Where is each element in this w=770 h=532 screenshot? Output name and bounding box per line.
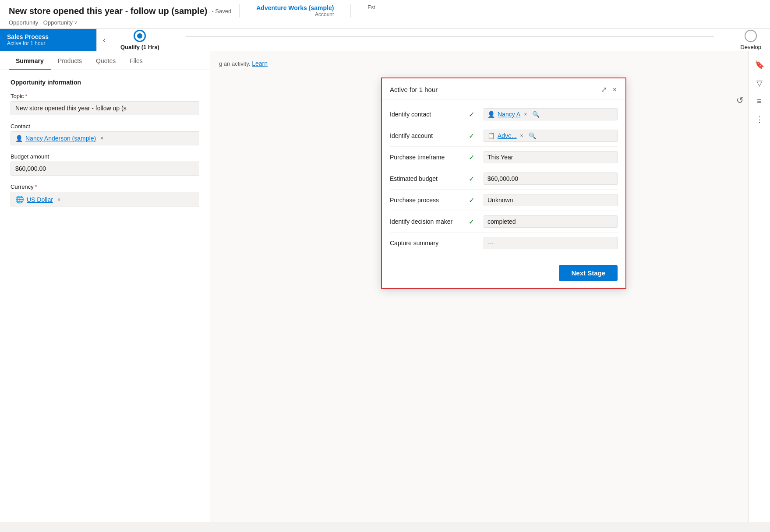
chevron-down-icon: ∨: [74, 20, 77, 25]
process-stage-sub: Active for 1 hour: [7, 40, 89, 46]
qualify-popup: Active for 1 hour ⤢ × Identify contact ✓…: [381, 78, 626, 289]
identify-contact-remove[interactable]: ×: [524, 111, 527, 117]
popup-title: Active for 1 hour: [390, 86, 438, 93]
saved-badge: - Saved: [212, 8, 231, 14]
form-area: Opportunity information Topic * New stor…: [0, 70, 210, 224]
identify-account-remove[interactable]: ×: [520, 133, 523, 139]
more-options-icon[interactable]: ⋮: [756, 115, 763, 124]
identify-decision-maker-field[interactable]: completed: [484, 215, 618, 228]
account-name[interactable]: Adventure Works (sample): [256, 4, 334, 11]
budget-label: Budget amount: [11, 153, 199, 160]
est-label: Est: [367, 4, 375, 11]
qualify-label: Qualify (1 Hrs): [120, 44, 159, 50]
breadcrumb: Opportunity · Opportunity ∨: [9, 19, 761, 28]
popup-row-purchase-process: Purchase process ✓ Unknown: [390, 190, 618, 211]
currency-label: Currency *: [11, 183, 199, 190]
process-stage-active[interactable]: Sales Process Active for 1 hour: [0, 29, 96, 51]
budget-field-group: Budget amount $60,000.00: [11, 153, 199, 176]
currency-icon: 🌐: [15, 195, 24, 204]
identify-account-field[interactable]: 📋 Adve... × 🔍: [484, 130, 618, 142]
popup-footer: Next Stage: [382, 258, 625, 288]
identify-contact-label: Identify contact: [390, 111, 469, 118]
breadcrumb-item2-with-arrow[interactable]: Opportunity ∨: [43, 19, 77, 26]
filter-icon[interactable]: ▽: [756, 78, 763, 88]
identify-account-link[interactable]: Adve...: [498, 132, 517, 139]
estimated-budget-field[interactable]: $60,000.00: [484, 173, 618, 185]
capture-summary-value: ---: [484, 237, 618, 249]
list-icon[interactable]: ≡: [757, 97, 762, 106]
tab-summary[interactable]: Summary: [9, 51, 51, 70]
header-title-row: New store opened this year - follow up (…: [9, 4, 761, 19]
popup-header-actions: ⤢ ×: [600, 85, 618, 95]
contact-field-group: Contact 👤 Nancy Anderson (sample) ×: [11, 123, 199, 145]
currency-remove-button[interactable]: ×: [57, 197, 60, 203]
right-sidebar: 🔖 ▽ ≡ ⋮: [748, 51, 770, 522]
header-divider2: [350, 4, 351, 18]
purchase-process-field[interactable]: Unknown: [484, 194, 618, 206]
identify-contact-value: 👤 Nancy A × 🔍: [484, 108, 618, 120]
refresh-icon[interactable]: ↺: [736, 95, 744, 106]
purchase-process-check: ✓: [469, 196, 477, 204]
purchase-timeframe-label: Purchase timeframe: [390, 154, 469, 161]
topic-input[interactable]: New store opened this year - follow up (…: [11, 101, 199, 115]
develop-circle: [745, 30, 757, 42]
breadcrumb-item1[interactable]: Opportunity: [9, 19, 38, 26]
process-stage-title: Sales Process: [7, 33, 89, 40]
contact-remove-button[interactable]: ×: [100, 135, 103, 141]
main-area: Summary Products Quotes Files Opportunit…: [0, 51, 770, 522]
popup-row-purchase-timeframe: Purchase timeframe ✓ This Year: [390, 147, 618, 168]
identify-decision-maker-value: completed: [484, 215, 618, 228]
purchase-process-value: Unknown: [484, 194, 618, 206]
bookmark-icon[interactable]: 🔖: [755, 60, 764, 70]
identify-account-search-icon[interactable]: 🔍: [529, 132, 536, 139]
process-step-develop[interactable]: Develop: [740, 30, 761, 50]
identify-contact-search-icon[interactable]: 🔍: [532, 111, 540, 118]
section-title: Opportunity information: [11, 79, 199, 86]
collapse-icon: ‹: [103, 35, 106, 45]
develop-label: Develop: [740, 44, 761, 50]
purchase-process-label: Purchase process: [390, 197, 469, 204]
topic-field-group: Topic * New store opened this year - fol…: [11, 93, 199, 115]
tab-quotes[interactable]: Quotes: [89, 51, 123, 70]
account-label: Account: [256, 11, 334, 18]
identify-contact-field[interactable]: 👤 Nancy A × 🔍: [484, 108, 618, 120]
identify-account-label: Identify account: [390, 132, 469, 139]
currency-required: *: [35, 183, 37, 190]
activity-text: g an activity.: [219, 60, 250, 67]
estimated-budget-label: Estimated budget: [390, 175, 469, 182]
step-connector: [186, 36, 714, 37]
identify-account-value: 📋 Adve... × 🔍: [484, 130, 618, 142]
process-bar: Sales Process Active for 1 hour ‹ Qualif…: [0, 29, 770, 51]
capture-summary-field[interactable]: ---: [484, 237, 618, 249]
identify-decision-maker-check: ✓: [469, 218, 477, 226]
estimated-budget-value: $60,000.00: [484, 173, 618, 185]
tab-files[interactable]: Files: [123, 51, 150, 70]
process-step-qualify[interactable]: Qualify (1 Hrs): [120, 30, 159, 50]
tab-products[interactable]: Products: [51, 51, 89, 70]
purchase-timeframe-check: ✓: [469, 153, 477, 162]
currency-field[interactable]: 🌐 US Dollar ×: [11, 192, 199, 207]
process-collapse-button[interactable]: ‹: [96, 29, 112, 51]
breadcrumb-sep: ·: [40, 19, 42, 26]
left-panel: Summary Products Quotes Files Opportunit…: [0, 51, 210, 522]
est-block: Est: [367, 4, 375, 11]
popup-expand-button[interactable]: ⤢: [600, 85, 608, 95]
budget-input[interactable]: $60,000.00: [11, 162, 199, 176]
contact-field[interactable]: 👤 Nancy Anderson (sample) ×: [11, 131, 199, 145]
account-info: Adventure Works (sample) Account: [256, 4, 334, 18]
contact-link[interactable]: Nancy Anderson (sample): [25, 135, 96, 142]
currency-link[interactable]: US Dollar: [27, 196, 53, 203]
purchase-timeframe-value: This Year: [484, 151, 618, 163]
popup-row-identify-contact: Identify contact ✓ 👤 Nancy A × 🔍: [390, 104, 618, 125]
header-divider: [239, 4, 240, 18]
learn-link[interactable]: Learn: [252, 60, 268, 67]
popup-row-identify-decision-maker: Identify decision maker ✓ completed: [390, 211, 618, 233]
breadcrumb-item2: Opportunity: [43, 19, 73, 26]
tabs: Summary Products Quotes Files: [0, 51, 210, 70]
contact-label: Contact: [11, 123, 199, 130]
next-stage-button[interactable]: Next Stage: [559, 265, 618, 281]
contact-icon: 👤: [15, 135, 23, 142]
identify-contact-link[interactable]: Nancy A: [498, 111, 520, 118]
popup-close-button[interactable]: ×: [612, 85, 618, 95]
purchase-timeframe-field[interactable]: This Year: [484, 151, 618, 163]
